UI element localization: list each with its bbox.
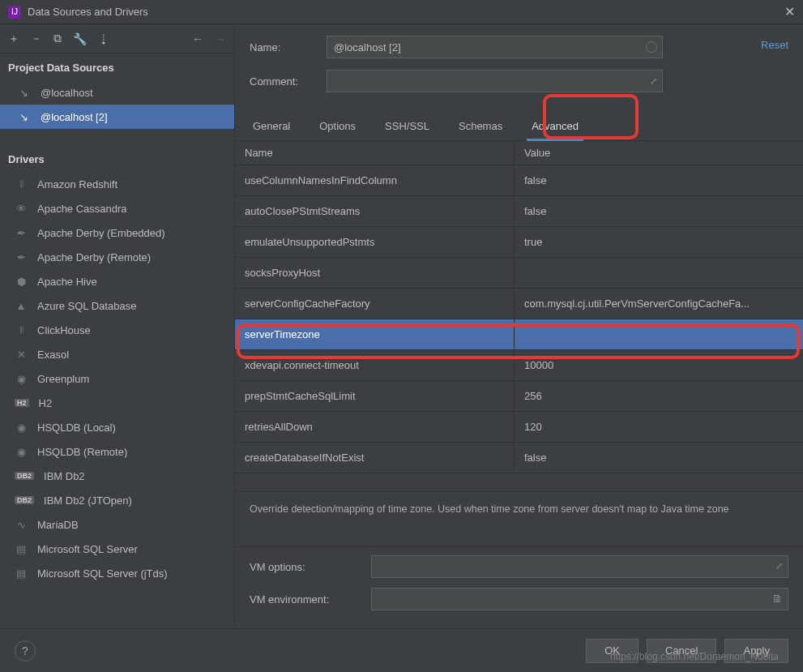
tab-ssh-ssl[interactable]: SSH/SSL	[382, 112, 433, 140]
driver-label: Greenplum	[37, 373, 89, 385]
driver-icon: ◉	[15, 373, 28, 385]
color-circle-icon[interactable]	[646, 41, 657, 53]
table-row[interactable]: createDatabaseIfNotExistfalse	[235, 443, 803, 473]
driver-label: Apache Derby (Embedded)	[37, 227, 165, 239]
cell-name: serverConfigCacheFactory	[235, 289, 515, 319]
cell-name: useColumnNamesInFindColumn	[235, 165, 515, 195]
driver-item[interactable]: 👁Apache Cassandra	[0, 196, 234, 220]
table-row[interactable]: emulateUnsupportedPstmtstrue	[235, 227, 803, 258]
tab-schemas[interactable]: Schemas	[455, 112, 506, 140]
column-header-value[interactable]: Value	[515, 147, 803, 159]
tab-general[interactable]: General	[250, 112, 293, 140]
driver-item[interactable]: ✒Apache Derby (Embedded)	[0, 220, 234, 245]
cell-name: xdevapi.connect-timeout	[235, 350, 515, 380]
vm-options-input[interactable]: ⤢	[371, 555, 788, 578]
vm-env-input[interactable]: 🗎	[371, 588, 788, 610]
reset-link[interactable]: Reset	[761, 39, 788, 51]
driver-icon: ∿	[15, 519, 28, 531]
data-source-label: @localhost [2]	[41, 111, 108, 123]
table-row[interactable]: serverConfigCacheFactorycom.mysql.cj.uti…	[235, 289, 803, 319]
driver-icon: ⬢	[15, 276, 28, 288]
driver-item[interactable]: ✒Apache Derby (Remote)	[0, 245, 234, 269]
footer: ? OK Cancel Apply	[0, 628, 803, 672]
wrench-icon[interactable]: 🔧	[73, 32, 87, 45]
column-header-name[interactable]: Name	[235, 141, 515, 165]
vm-env-label: VM environment:	[250, 593, 371, 606]
ok-button[interactable]: OK	[586, 639, 639, 663]
expand-icon[interactable]: ⤢	[650, 76, 657, 87]
cell-name: prepStmtCacheSqlLimit	[235, 381, 515, 411]
table-row[interactable]: autoClosePStmtStreamsfalse	[235, 196, 803, 227]
copy-icon[interactable]: ⧉	[53, 32, 62, 45]
remove-icon[interactable]: －	[31, 32, 42, 46]
driver-item[interactable]: DB2IBM Db2	[0, 464, 234, 488]
left-panel: ＋ － ⧉ 🔧 ⭭ ← → Project Data Sources ↘ @lo…	[0, 24, 235, 628]
cancel-button[interactable]: Cancel	[647, 639, 716, 663]
data-source-item[interactable]: ↘ @localhost	[0, 80, 234, 105]
driver-icon: ◉	[15, 422, 28, 434]
apply-button[interactable]: Apply	[724, 639, 788, 663]
driver-icon: ⦀	[15, 178, 28, 190]
back-icon[interactable]: ←	[192, 32, 203, 45]
driver-label: IBM Db2	[44, 470, 85, 482]
driver-label: Microsoft SQL Server (jTds)	[37, 567, 168, 580]
table-row[interactable]: serverTimezone	[235, 319, 803, 350]
driver-icon: ▲	[15, 300, 28, 312]
driver-icon: ▤	[15, 543, 28, 555]
driver-item[interactable]: ▤Microsoft SQL Server (jTds)	[0, 561, 234, 585]
cell-value: 256	[515, 390, 803, 402]
driver-icon: ✒	[15, 227, 28, 239]
comment-input[interactable]: ⤢	[327, 70, 663, 92]
expand-icon[interactable]: ⤢	[775, 561, 783, 571]
table-row[interactable]: socksProxyHost	[235, 258, 803, 289]
driver-label: Microsoft SQL Server	[37, 543, 138, 555]
cell-value: true	[515, 236, 803, 248]
right-panel: Reset Name: @localhost [2] Comment: ⤢ Ge…	[235, 24, 803, 628]
document-icon[interactable]: 🗎	[772, 593, 783, 605]
tab-options[interactable]: Options	[316, 112, 359, 140]
driver-item[interactable]: ◉HSQLDB (Local)	[0, 415, 234, 439]
driver-icon: DB2	[15, 496, 34, 504]
table-row[interactable]: prepStmtCacheSqlLimit256	[235, 381, 803, 412]
data-source-item[interactable]: ↘ @localhost [2]	[0, 105, 234, 129]
cell-name: socksProxyHost	[235, 258, 515, 288]
left-toolbar: ＋ － ⧉ 🔧 ⭭ ← →	[0, 24, 234, 54]
driver-item[interactable]: ✕Exasol	[0, 342, 234, 366]
driver-item[interactable]: ▲Azure SQL Database	[0, 293, 234, 318]
tab-advanced[interactable]: Advanced	[528, 112, 582, 140]
datasource-icon: ↘	[19, 87, 32, 99]
driver-item[interactable]: ▤Microsoft SQL Server	[0, 537, 234, 561]
name-input[interactable]: @localhost [2]	[327, 36, 663, 58]
table-row[interactable]: retriesAllDown120	[235, 412, 803, 443]
table-row[interactable]: useColumnNamesInFindColumnfalse	[235, 165, 803, 196]
driver-label: Apache Hive	[37, 276, 97, 288]
cell-value: false	[515, 205, 803, 217]
driver-item[interactable]: ⦀Amazon Redshift	[0, 172, 234, 196]
driver-label: Apache Derby (Remote)	[37, 251, 151, 263]
vm-options-label: VM options:	[250, 561, 371, 573]
add-icon[interactable]: ＋	[8, 32, 19, 46]
driver-icon: H2	[15, 399, 29, 407]
help-button[interactable]: ?	[15, 640, 36, 661]
driver-item[interactable]: ∿MariaDB	[0, 512, 234, 537]
cell-value: 10000	[515, 359, 803, 371]
driver-item[interactable]: ⦀ClickHouse	[0, 318, 234, 342]
table-row[interactable]: xdevapi.connect-timeout10000	[235, 350, 803, 381]
datasource-icon: ↘	[19, 111, 32, 123]
driver-label: H2	[39, 397, 53, 409]
cell-name: autoClosePStmtStreams	[235, 196, 515, 226]
driver-item[interactable]: ◉HSQLDB (Remote)	[0, 439, 234, 464]
driver-label: IBM Db2 (JTOpen)	[44, 494, 132, 507]
driver-label: MariaDB	[37, 519, 79, 531]
close-icon[interactable]: ✕	[784, 4, 795, 19]
project-sources-title: Project Data Sources	[0, 54, 234, 80]
driver-item[interactable]: ◉Greenplum	[0, 366, 234, 391]
driver-icon: ▤	[15, 567, 28, 580]
driver-label: ClickHouse	[37, 324, 91, 336]
driver-item[interactable]: DB2IBM Db2 (JTOpen)	[0, 488, 234, 512]
driver-item[interactable]: H2H2	[0, 391, 234, 415]
import-icon[interactable]: ⭭	[98, 32, 109, 45]
driver-label: HSQLDB (Remote)	[37, 446, 127, 458]
forward-icon[interactable]: →	[215, 32, 226, 45]
driver-item[interactable]: ⬢Apache Hive	[0, 269, 234, 293]
